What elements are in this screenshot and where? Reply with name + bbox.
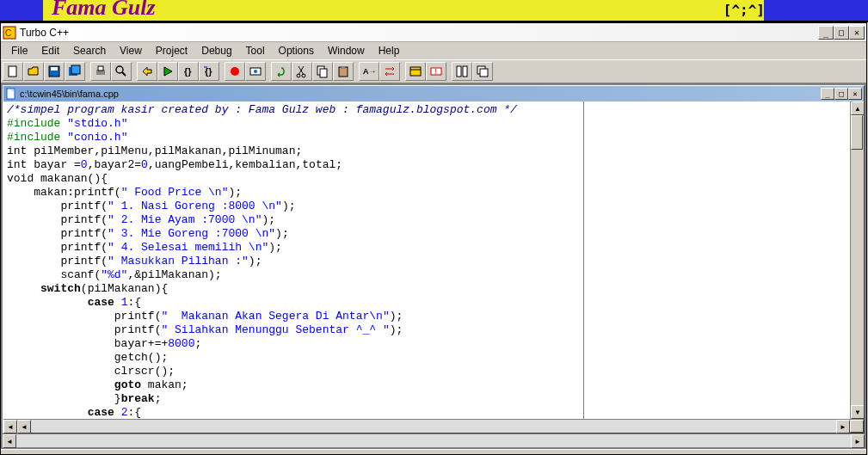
svg-point-13	[231, 67, 239, 76]
doc-scroll-right-button[interactable]: ►	[836, 420, 850, 433]
svg-rect-6	[71, 65, 80, 74]
save-file-icon[interactable]	[44, 62, 65, 81]
doc-scroll-corner	[850, 420, 864, 433]
project-icon[interactable]	[405, 62, 426, 81]
document-icon	[5, 88, 17, 100]
menu-search[interactable]: Search	[66, 43, 113, 58]
menu-project[interactable]: Project	[149, 43, 194, 58]
find-text-icon[interactable]: A→B	[359, 62, 379, 81]
document-path: c:\tcwin45\bin\fama.cpp	[20, 89, 821, 99]
menu-debug[interactable]: Debug	[194, 43, 238, 58]
paste-icon[interactable]	[333, 62, 354, 81]
svg-rect-23	[410, 67, 421, 76]
svg-rect-27	[457, 66, 461, 77]
statusbar	[1, 449, 866, 454]
banner-emoticon: [^;^]	[723, 2, 765, 18]
svg-text:{}: {}	[205, 66, 212, 77]
menubar: FileEditSearchViewProjectDebugToolOption…	[1, 42, 866, 59]
app-titlebar: C Turbo C++ _ □ ✕	[1, 23, 866, 42]
svg-text:C: C	[5, 28, 11, 38]
svg-text:{}: {}	[184, 66, 192, 77]
svg-rect-4	[51, 67, 58, 71]
undo-icon[interactable]	[271, 62, 292, 81]
message-icon[interactable]: !	[426, 62, 446, 81]
svg-rect-2	[9, 66, 16, 77]
toggle-breakpoint-icon[interactable]	[225, 62, 245, 81]
doc-minimize-button[interactable]: _	[821, 88, 834, 100]
trace-into-icon[interactable]: {}	[178, 62, 199, 81]
add-watch-icon[interactable]	[245, 62, 266, 81]
ws-scroll-left-button[interactable]: ◄	[3, 434, 16, 448]
menu-edit[interactable]: Edit	[34, 43, 66, 58]
menu-view[interactable]: View	[113, 43, 149, 58]
maximize-button[interactable]: □	[834, 26, 849, 40]
menu-options[interactable]: Options	[272, 43, 321, 58]
svg-line-10	[122, 72, 126, 76]
compile-icon[interactable]	[137, 62, 157, 81]
page-banner: Fama Gulz [^;^]	[0, 0, 868, 22]
window-controls: _ □ ✕	[818, 26, 865, 40]
svg-text:!: !	[434, 67, 437, 76]
doc-scroll-left-button[interactable]: ◄	[3, 420, 17, 433]
doc-horizontal-scrollbar[interactable]: ◄ ◄ ►	[3, 419, 864, 433]
document-controls: _ □ ✕	[821, 88, 862, 100]
scroll-down-button[interactable]: ▼	[851, 405, 864, 419]
svg-rect-21	[342, 66, 345, 69]
document-titlebar: c:\tcwin45\bin\fama.cpp _ □ ✕	[3, 86, 864, 101]
replace-icon[interactable]	[379, 62, 400, 81]
menu-file[interactable]: File	[4, 43, 34, 58]
copy-icon[interactable]	[312, 62, 333, 81]
scroll-thumb[interactable]	[851, 115, 863, 150]
ws-scroll-right-button[interactable]: ►	[851, 434, 865, 448]
right-pane	[583, 101, 850, 419]
open-file-icon[interactable]	[23, 62, 44, 81]
app-window: C Turbo C++ _ □ ✕ FileEditSearchViewProj…	[0, 22, 867, 455]
find-icon[interactable]	[111, 62, 132, 81]
code-editor[interactable]: /*simpel program kasir created by : Fama…	[3, 101, 583, 419]
ws-scroll-track[interactable]	[16, 434, 851, 447]
svg-point-15	[254, 70, 257, 73]
svg-point-9	[116, 66, 123, 73]
app-icon: C	[3, 26, 16, 40]
svg-text:A→B: A→B	[363, 67, 376, 76]
menu-tool[interactable]: Tool	[239, 43, 272, 58]
workspace-horizontal-scrollbar[interactable]: ◄ ►	[3, 433, 865, 447]
app-title: Turbo C++	[20, 27, 818, 39]
svg-rect-19	[320, 69, 327, 77]
svg-rect-28	[463, 66, 467, 77]
close-button[interactable]: ✕	[849, 26, 865, 40]
doc-maximize-button[interactable]: □	[834, 88, 848, 100]
vertical-scrollbar[interactable]: ▲ ▼	[850, 101, 864, 419]
run-icon[interactable]	[157, 62, 178, 81]
print-icon[interactable]	[90, 62, 111, 81]
document-window: c:\tcwin45\bin\fama.cpp _ □ ✕ /*simpel p…	[3, 85, 865, 433]
banner-script: Fama Gulz	[52, 0, 156, 21]
doc-close-button[interactable]: ✕	[848, 88, 862, 100]
save-all-icon[interactable]	[65, 62, 85, 81]
svg-rect-8	[98, 66, 103, 71]
menu-help[interactable]: Help	[372, 43, 407, 58]
svg-rect-30	[480, 69, 488, 77]
window-cascade-icon[interactable]	[472, 62, 493, 81]
editor-area: /*simpel program kasir created by : Fama…	[3, 101, 864, 419]
minimize-button[interactable]: _	[818, 26, 834, 40]
scroll-up-button[interactable]: ▲	[851, 101, 864, 115]
new-file-icon[interactable]	[3, 62, 23, 81]
toolbar: {}{}A→B!	[1, 59, 866, 83]
cut-icon[interactable]	[292, 62, 312, 81]
menu-window[interactable]: Window	[321, 43, 372, 58]
step-over-icon[interactable]: {}	[199, 62, 219, 81]
window-tile-icon[interactable]	[452, 62, 472, 81]
doc-scroll-left2-button[interactable]: ◄	[17, 420, 31, 433]
doc-scroll-track[interactable]	[31, 420, 836, 433]
workspace: c:\tcwin45\bin\fama.cpp _ □ ✕ /*simpel p…	[1, 83, 866, 449]
